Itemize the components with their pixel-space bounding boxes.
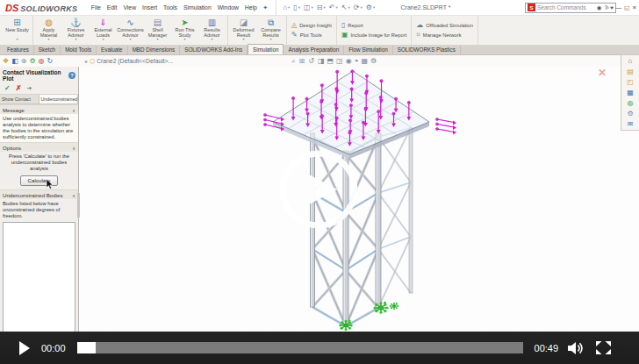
plot-tools-button[interactable]: ✎Plot Tools	[291, 32, 332, 39]
print-icon[interactable]: ⊟▾	[315, 0, 327, 16]
displaymanager-tab-icon[interactable]: ◍	[39, 57, 45, 65]
restore-icon[interactable]: ◱	[622, 0, 630, 16]
panel-splitter[interactable]	[77, 193, 80, 218]
video-progress-bar[interactable]	[77, 342, 523, 353]
menubar-item[interactable]: Window	[214, 0, 241, 16]
message-section-header[interactable]: Message ∧	[0, 104, 78, 114]
new-study-button[interactable]: ⊞New Study▾	[4, 17, 31, 44]
solidworks-resources-icon[interactable]: ⌂	[628, 56, 633, 66]
compare-results-button[interactable]: ⧉Compare Results▾	[257, 17, 284, 44]
collapse-chevron-icon[interactable]: ∧	[72, 193, 75, 198]
help-icon[interactable]: ?	[603, 0, 609, 16]
save-icon[interactable]: ◫▾	[302, 0, 315, 16]
shell-manager-button[interactable]: ▤Shell Manager▾	[144, 17, 171, 44]
propertymanager-tab-icon[interactable]: ◧	[11, 57, 18, 65]
zoom-fit-icon[interactable]: ⌕▾	[291, 55, 295, 67]
view-orientation-icon[interactable]: ⬒▾	[327, 55, 333, 67]
menubar-item[interactable]: Tools	[161, 0, 181, 16]
commandmanager-tab[interactable]: Sketch	[34, 46, 61, 54]
motion-study-tab-icon[interactable]: ↻	[47, 57, 54, 65]
options-section-header[interactable]: Options ∧	[0, 142, 78, 152]
commandmanager-tab[interactable]: MBD Dimensions	[128, 46, 181, 54]
menubar-item[interactable]: View	[120, 0, 140, 16]
edit-appearance-icon[interactable]: ◓▾	[355, 55, 358, 67]
new-file-icon[interactable]: ▯▾	[291, 0, 302, 16]
offloaded-simulation-button[interactable]: ☁Offloaded Simulation	[416, 22, 473, 29]
part-icon: ⬡	[90, 58, 95, 65]
deformed-result-button[interactable]: ◪Deformed Result▾	[230, 17, 257, 44]
play-button[interactable]	[19, 341, 30, 355]
featuremanager-tree-tab-icon[interactable]: ❖	[3, 57, 9, 65]
fullscreen-button[interactable]	[596, 341, 611, 354]
file-explorer-icon[interactable]: ◰	[627, 77, 634, 87]
report-button[interactable]: ▯Report	[341, 22, 406, 29]
titlebar: DS SOLIDWORKS FileEditViewInsertToolsSim…	[0, 0, 639, 16]
contact-plot-tab[interactable]: Show Contact	[0, 95, 39, 103]
fixtures-advisor-button[interactable]: ⚓Fixtures Advisor▾	[62, 17, 90, 44]
next-arrow-icon[interactable]: ➔	[26, 85, 32, 92]
menubar-item[interactable]: Help	[241, 0, 260, 16]
results-advisor-button[interactable]: ▥Results Advisor▾	[198, 17, 226, 44]
video-player-bar: 00:00 00:49	[0, 332, 639, 364]
section-view-icon[interactable]: ◨▾	[318, 55, 324, 67]
breadcrumb[interactable]: ▸ ⬡ Crane2 (Default<<Default>...	[85, 55, 173, 67]
contact-plot-tab[interactable]: Underconstrained Bodies	[39, 95, 79, 103]
collapse-chevron-icon[interactable]: ∧	[72, 146, 75, 151]
pin-menubar-icon[interactable]: ✦	[260, 4, 270, 11]
commandmanager-tab[interactable]: Evaluate	[97, 46, 128, 54]
dropdown-arrow-icon: ▾	[321, 59, 323, 63]
custom-properties-icon[interactable]: ⚙	[627, 109, 633, 118]
menubar-item[interactable]: File	[88, 0, 104, 16]
property-manager-actions: ✓ ✗ ➔	[0, 83, 78, 95]
panel-help-icon[interactable]: ?	[68, 72, 75, 79]
fullscreen-icon	[596, 341, 611, 354]
user-account-icon[interactable]: ◉	[595, 0, 603, 16]
appearances-scenes-icon[interactable]: ◍	[628, 98, 634, 108]
underconstrained-section-header[interactable]: Underconstrained Bodies ∧	[0, 189, 78, 199]
model-canvas[interactable]	[80, 67, 639, 332]
commandmanager-tab[interactable]: Mold Tools	[61, 46, 97, 54]
collapse-chevron-icon[interactable]: ∧	[72, 108, 75, 113]
menubar-item[interactable]: Simulation	[180, 0, 214, 16]
underconstrained-text: Bodies listed below have unconstrained d…	[0, 199, 78, 221]
design-library-icon[interactable]: ▤	[627, 67, 634, 76]
deformed-result-icon: ◪	[240, 18, 248, 27]
dimxpertmanager-tab-icon[interactable]: ⚙	[29, 57, 35, 65]
confirmation-corner-cancel-icon[interactable]: ✕	[598, 67, 607, 79]
solidworks-forum-icon[interactable]: ✉	[628, 119, 634, 129]
apply-material-button[interactable]: ◍Apply Material▾	[35, 17, 62, 44]
speaker-icon	[568, 342, 585, 354]
search-scope-icon: S	[528, 4, 535, 11]
graphics-viewport[interactable]: ✓ ✕	[80, 67, 639, 332]
manage-network-button[interactable]: ⌗Manage Network	[416, 32, 473, 39]
include-image-for-report-button[interactable]: ▣Include Image for Report	[341, 32, 406, 39]
hide-show-items-icon[interactable]: ◉▾	[346, 55, 351, 67]
view-palette-icon[interactable]: ▦	[627, 88, 634, 97]
close-icon[interactable]: ✕	[631, 0, 638, 16]
previous-view-icon[interactable]: ↺▾	[308, 55, 314, 67]
commandmanager-tab[interactable]: Simulation	[248, 44, 284, 54]
commandmanager-tab[interactable]: SOLIDWORKS Plastics	[393, 46, 461, 54]
commandmanager-tab[interactable]: Features	[3, 46, 34, 54]
menubar-item[interactable]: Insert	[140, 0, 161, 16]
breadcrumb-expand-icon[interactable]: ▸	[85, 58, 88, 64]
configurationmanager-tab-icon[interactable]: ⊕	[21, 57, 27, 65]
home-icon[interactable]: ⌂▾	[281, 0, 291, 16]
volume-button[interactable]	[568, 342, 585, 354]
cancel-button[interactable]: ✗	[16, 84, 22, 92]
menubar-item[interactable]: Edit	[104, 0, 120, 16]
run-this-study-button[interactable]: ➤Run This Study▾	[171, 17, 198, 44]
commandmanager-tab[interactable]: SOLIDWORKS Add-Ins	[180, 46, 248, 54]
design-insight-button[interactable]: ◬Design Insight	[291, 22, 332, 29]
apply-scene-icon[interactable]: ▦▾	[361, 55, 367, 67]
ok-button[interactable]: ✓	[4, 84, 11, 92]
connections-advisor-button[interactable]: ∿Connections Advisor▾	[117, 17, 144, 44]
commandmanager-tab[interactable]: Flow Simulation	[344, 46, 392, 54]
display-style-icon[interactable]: ◫▾	[336, 55, 342, 67]
minimize-icon[interactable]: —	[614, 0, 623, 16]
offloaded-simulation-icon: ☁	[416, 22, 423, 29]
zoom-to-area-icon[interactable]: ⊞▾	[298, 55, 305, 67]
view-settings-icon[interactable]: ⚙▾	[370, 55, 376, 67]
commandmanager-tab[interactable]: Analysis Preparation	[284, 46, 344, 54]
external-loads-advisor-button[interactable]: ⇓External Loads Advisor▾	[90, 17, 117, 44]
